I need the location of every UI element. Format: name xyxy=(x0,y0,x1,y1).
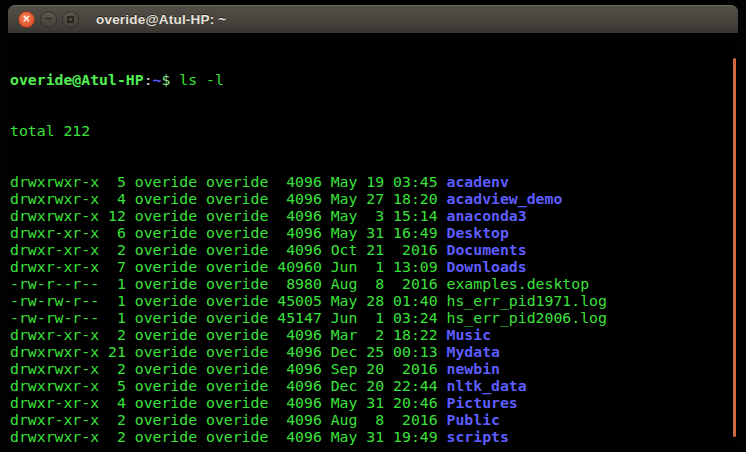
directory-name: anaconda3 xyxy=(447,207,527,224)
directory-name: Desktop xyxy=(447,224,509,241)
file-meta: drwxrwxr-x 5 overide overide 4096 May 19… xyxy=(10,173,447,190)
maximize-icon xyxy=(67,16,74,23)
close-icon: × xyxy=(22,14,30,24)
terminal-window: × − overide@Atul-HP: ~ overide@Atul-HP:~… xyxy=(8,5,738,445)
minimize-icon: − xyxy=(44,13,53,24)
file-meta: drwxr-xr-x 2 overide overide 4096 Oct 21… xyxy=(10,241,447,258)
file-meta: drwxr-xr-x 7 overide overide 40960 Jun 1… xyxy=(10,258,447,275)
prompt-dollar: $ xyxy=(161,71,179,88)
terminal-row: drwxrwxr-x 4 overide overide 4096 May 27… xyxy=(10,190,738,207)
directory-name: newbin xyxy=(447,360,500,377)
file-meta: drwxrwxr-x 5 overide overide 4096 Dec 20… xyxy=(10,377,447,394)
file-meta: drwxr-xr-x 6 overide overide 4096 May 31… xyxy=(10,224,447,241)
close-button[interactable]: × xyxy=(18,11,35,28)
file-meta: drwxr-xr-x 2 overide overide 4096 Mar 2 … xyxy=(10,326,447,343)
terminal-row: drwxr-xr-x 7 overide overide 40960 Jun 1… xyxy=(10,258,738,275)
terminal-row: drwxrwxr-x 21 overide overide 4096 Dec 2… xyxy=(10,343,738,360)
terminal-screen[interactable]: overide@Atul-HP:~$ ls -l total 212 drwxr… xyxy=(8,33,738,445)
file-name: examples.desktop xyxy=(447,275,590,292)
file-meta: -rw-r--r-- 1 overide overide 8980 Aug 8 … xyxy=(10,275,447,292)
maximize-button[interactable] xyxy=(62,11,79,28)
directory-name: acadview_demo xyxy=(447,190,563,207)
terminal-row: -rw-rw-r-- 1 overide overide 45147 Jun 1… xyxy=(10,309,738,326)
scrollbar-thumb[interactable] xyxy=(733,58,736,437)
directory-name: scripts xyxy=(447,428,509,445)
file-meta: -rw-rw-r-- 1 overide overide 45147 Jun 1… xyxy=(10,309,447,326)
terminal-row: drwxr-xr-x 2 overide overide 4096 Oct 21… xyxy=(10,241,738,258)
title-bar[interactable]: × − overide@Atul-HP: ~ xyxy=(8,5,738,33)
window-title: overide@Atul-HP: ~ xyxy=(96,12,226,27)
minimize-button[interactable]: − xyxy=(40,11,57,28)
terminal-row: drwxrwxr-x 5 overide overide 4096 Dec 20… xyxy=(10,377,738,394)
terminal-row: drwxr-xr-x 2 overide overide 4096 Mar 2 … xyxy=(10,326,738,343)
directory-name: acadenv xyxy=(447,173,509,190)
directory-name: Public xyxy=(447,411,500,428)
terminal-row: drwxrwxr-x 2 overide overide 4096 Sep 20… xyxy=(10,360,738,377)
terminal-row: drwxrwxr-x 12 overide overide 4096 May 3… xyxy=(10,207,738,224)
total-line: total 212 xyxy=(10,122,738,139)
terminal-row: drwxr-xr-x 2 overide overide 4096 Aug 8 … xyxy=(10,411,738,428)
command-text: ls -l xyxy=(179,71,224,88)
file-meta: drwxrwxr-x 4 overide overide 4096 May 27… xyxy=(10,190,447,207)
file-meta: drwxr-xr-x 2 overide overide 4096 Aug 8 … xyxy=(10,411,447,428)
directory-name: nltk_data xyxy=(447,377,527,394)
file-meta: drwxrwxr-x 2 overide overide 4096 Sep 20… xyxy=(10,360,447,377)
directory-name: Mydata xyxy=(447,343,500,360)
directory-name: Downloads xyxy=(447,258,527,275)
file-meta: drwxr-xr-x 4 overide overide 4096 May 31… xyxy=(10,394,447,411)
file-meta: drwxrwxr-x 2 overide overide 4096 May 31… xyxy=(10,428,447,445)
file-name: hs_err_pid2006.log xyxy=(447,309,607,326)
file-meta: drwxrwxr-x 21 overide overide 4096 Dec 2… xyxy=(10,343,447,360)
terminal-row: drwxr-xr-x 6 overide overide 4096 May 31… xyxy=(10,224,738,241)
file-name: hs_err_pid1971.log xyxy=(447,292,607,309)
prompt-user-host: overide@Atul-HP xyxy=(10,71,144,88)
directory-name: Pictures xyxy=(447,394,518,411)
terminal-row: drwxrwxr-x 2 overide overide 4096 May 31… xyxy=(10,428,738,445)
directory-name: Documents xyxy=(447,241,527,258)
prompt-colon: : xyxy=(144,71,153,88)
terminal-row: -rw-rw-r-- 1 overide overide 45005 May 2… xyxy=(10,292,738,309)
terminal-row: -rw-r--r-- 1 overide overide 8980 Aug 8 … xyxy=(10,275,738,292)
file-meta: drwxrwxr-x 12 overide overide 4096 May 3… xyxy=(10,207,447,224)
prompt-line-command: overide@Atul-HP:~$ ls -l xyxy=(10,71,738,88)
file-meta: -rw-rw-r-- 1 overide overide 45005 May 2… xyxy=(10,292,447,309)
file-list: drwxrwxr-x 5 overide overide 4096 May 19… xyxy=(10,173,738,445)
terminal-row: drwxr-xr-x 4 overide overide 4096 May 31… xyxy=(10,394,738,411)
directory-name: Music xyxy=(447,326,492,343)
terminal-row: drwxrwxr-x 5 overide overide 4096 May 19… xyxy=(10,173,738,190)
